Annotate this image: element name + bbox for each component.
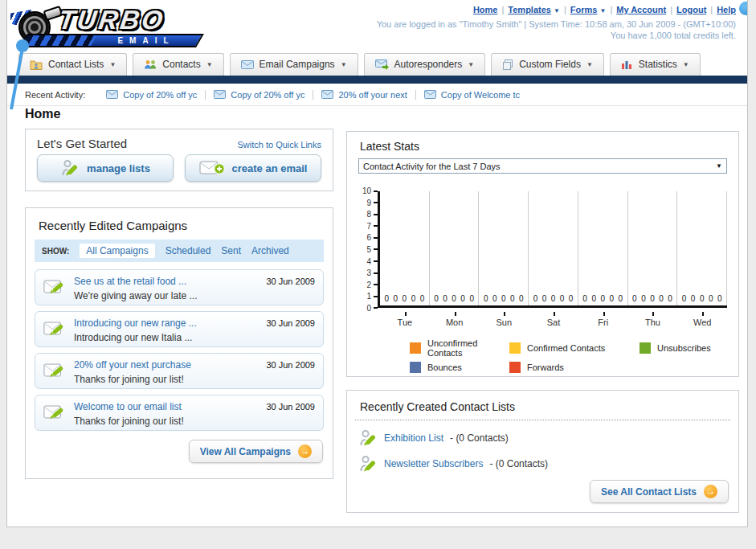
recent-activity-item[interactable]: Copy of 20% off yc (98, 90, 206, 100)
chart-value-label: 0 (569, 294, 574, 303)
chart-value-label: 0 (641, 294, 646, 303)
email-envelope-icon (321, 90, 333, 99)
statistics-chart-icon (621, 59, 633, 69)
tab-custom-fields[interactable]: Custom Fields ▼ (491, 53, 604, 76)
stats-period-select[interactable]: Contact Activity for the Last 7 Days ▼ (358, 158, 727, 174)
person-pencil-icon (60, 158, 80, 178)
nav-link-help[interactable]: Help (717, 5, 736, 14)
chart-value-label: 0 (420, 294, 425, 303)
campaign-row[interactable]: See us at the retail food ... We're givi… (35, 269, 324, 305)
latest-stats-panel: Latest Stats Contact Activity for the La… (346, 131, 739, 377)
contact-lists-panel-title: Recently Created Contact Lists (347, 391, 738, 420)
view-all-campaigns-button[interactable]: View All Campaigns → (189, 440, 323, 463)
recent-activity-item[interactable]: Copy of Welcome tc (416, 90, 528, 100)
campaign-subtitle: Thanks for joining our list! (74, 374, 184, 385)
tab-contact-lists[interactable]: Contact Lists ▼ (18, 53, 127, 76)
y-tick-label: 10 (362, 186, 378, 195)
chevron-down-icon: ▼ (468, 61, 474, 68)
campaign-row[interactable]: Introducing our new range ... Introducin… (35, 311, 324, 347)
chart-value-label: 0 (519, 294, 524, 303)
switch-to-quick-links[interactable]: Switch to Quick Links (237, 140, 321, 150)
tab-label: Email Campaigns (259, 59, 335, 70)
stats-period-value: Contact Activity for the Last 7 Days (363, 162, 501, 171)
recent-activity-link[interactable]: 20% off your next (338, 90, 407, 100)
recently-created-contact-lists-panel: Recently Created Contact Lists Exhibitio… (346, 390, 739, 513)
tab-contacts[interactable]: Contacts ▼ (133, 53, 223, 76)
nav-separator: | (610, 5, 612, 14)
autoresponder-envelope-icon (375, 59, 389, 70)
contact-list-link[interactable]: Exhibition List (384, 432, 443, 444)
manage-lists-button[interactable]: manage lists (37, 154, 174, 182)
legend-swatch-bounces (410, 362, 421, 373)
recent-activity-link[interactable]: Copy of Welcome tc (441, 90, 520, 100)
y-tick-label: 6 (366, 233, 378, 242)
campaign-title-link[interactable]: Welcome to our email list (74, 400, 258, 413)
logo-banner: EMAIL (19, 34, 204, 47)
filter-all-campaigns[interactable]: All Campaigns (80, 244, 154, 258)
y-tick-label: 5 (366, 245, 378, 254)
recent-activity-item[interactable]: Copy of 20% off yc (206, 90, 313, 100)
legend-swatch-forwards (509, 362, 521, 373)
chart-value-label: 0 (600, 294, 605, 303)
nav-link-logout[interactable]: Logout (676, 5, 706, 14)
chart-value-label: 0 (551, 294, 556, 303)
nav-link-forms[interactable]: Forms (570, 5, 598, 14)
filter-sent[interactable]: Sent (221, 245, 241, 256)
filter-scheduled[interactable]: Scheduled (166, 245, 211, 256)
legend-label: Forwards (527, 363, 564, 372)
campaign-title-link[interactable]: Introducing our new range ... (74, 317, 258, 330)
recent-activity-link[interactable]: Copy of 20% off yc (123, 90, 197, 100)
tab-label: Statistics (639, 59, 677, 70)
create-email-button[interactable]: create an email (185, 154, 321, 182)
tab-label: Contacts (162, 59, 200, 70)
chart-value-label: 0 (717, 294, 722, 303)
help-bubble-icon[interactable] (739, 2, 748, 15)
chart-value-label: 0 (668, 294, 672, 303)
chart-value-label: 0 (709, 294, 713, 303)
filter-archived[interactable]: Archived (251, 245, 289, 256)
turbo-email-logo: TURBO EMAIL (12, 3, 213, 50)
campaign-row[interactable]: Welcome to our email list Thanks for joi… (35, 395, 324, 431)
envelope-pencil-icon (43, 319, 66, 338)
campaign-subtitle: Introducing our new Italia ... (74, 332, 192, 343)
campaign-subtitle: We're giving away our late ... (74, 290, 197, 301)
chart-value-label: 0 (469, 294, 474, 303)
nav-separator: | (564, 5, 566, 14)
see-all-contact-lists-button[interactable]: See All Contact Lists → (590, 480, 729, 503)
chevron-down-icon: ▼ (683, 61, 689, 68)
tab-label: Contact Lists (48, 59, 104, 70)
tab-email-campaigns[interactable]: Email Campaigns ▼ (230, 53, 358, 76)
nav-link-home[interactable]: Home (473, 5, 498, 14)
chart-value-label: 0 (610, 294, 615, 303)
logo-subtitle: EMAIL (94, 36, 198, 45)
legend-item: Unsubscribes (640, 338, 727, 358)
nav-link-my-account[interactable]: My Account (616, 5, 666, 14)
campaign-row[interactable]: 20% off your next purchase Thanks for jo… (35, 353, 324, 389)
contact-list-link[interactable]: Newsletter Subscribers (384, 458, 483, 469)
recent-activity-link[interactable]: Copy of 20% off yc (231, 90, 304, 100)
contact-activity-chart: 109876543210 000000000000000000000000000… (357, 191, 727, 373)
latest-stats-title: Latest Stats (347, 132, 738, 158)
envelope-pencil-icon (43, 361, 66, 379)
tab-label: Custom Fields (519, 59, 581, 70)
tab-autoresponders[interactable]: Autoresponders ▼ (364, 53, 486, 76)
chart-value-label: 0 (443, 294, 447, 303)
chart-value-label: 0 (582, 294, 587, 303)
campaign-title-link[interactable]: See us at the retail food ... (74, 275, 258, 288)
chart-value-label: 0 (394, 294, 398, 303)
chevron-down-icon: ▼ (109, 61, 116, 68)
main-content-area: TURBO EMAIL Home|Templates ▼|Forms ▼|My … (6, 0, 748, 527)
contact-lists-folder-icon (30, 59, 43, 70)
top-nav: Home|Templates ▼|Forms ▼|My Account|Logo… (377, 5, 736, 14)
campaign-date: 30 Jun 2009 (266, 318, 315, 328)
nav-link-templates[interactable]: Templates (508, 5, 551, 14)
chart-value-label: 0 (403, 294, 407, 303)
tab-statistics[interactable]: Statistics ▼ (610, 53, 701, 76)
legend-swatch-unsubscribes (640, 342, 651, 354)
y-tick-label: 4 (366, 257, 378, 266)
legend-item: Forwards (509, 362, 640, 373)
recent-activity-item[interactable]: 20% off your next (313, 90, 415, 100)
campaign-title-link[interactable]: 20% off your next purchase (74, 358, 258, 371)
y-tick-label: 1 (366, 292, 378, 301)
legend-item: Bounces (410, 362, 509, 373)
